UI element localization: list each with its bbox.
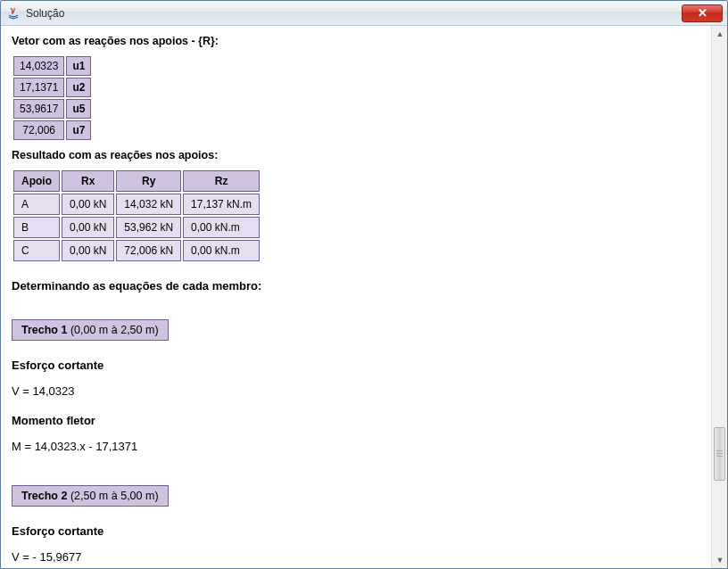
- segment-range: (0,00 m à 2,50 m): [70, 324, 159, 336]
- vector-heading: Vetor com as reações nos apoios - {R}:: [12, 35, 700, 47]
- table-row: 17,1371 u2: [13, 78, 91, 97]
- cell-apoio: C: [13, 240, 60, 261]
- support-reactions-table: Apoio Rx Ry Rz A 0,00 kN 14,032 kN 17,13…: [12, 169, 261, 263]
- window-title: Solução: [26, 7, 682, 20]
- titlebar[interactable]: Solução ✕: [1, 1, 727, 26]
- result-heading: Resultado com as reações nos apoios:: [12, 149, 700, 161]
- vector-label: u2: [66, 78, 91, 97]
- cell-rz: 17,137 kN.m: [183, 194, 260, 215]
- equations-heading: Determinando as equações de cada membro:: [12, 279, 700, 293]
- table-row: 14,0323 u1: [13, 56, 91, 76]
- shear-equation: V = 14,0323: [12, 384, 700, 398]
- vertical-scrollbar[interactable]: ▲ ▼: [711, 26, 727, 568]
- segment-header: Trecho 1 (0,00 m à 2,50 m): [12, 319, 169, 341]
- col-rx: Rx: [62, 170, 114, 192]
- table-header-row: Apoio Rx Ry Rz: [13, 170, 260, 192]
- cell-apoio: A: [13, 194, 60, 215]
- col-apoio: Apoio: [13, 170, 60, 192]
- java-app-icon: [6, 6, 21, 21]
- vector-value: 72,006: [13, 120, 64, 140]
- moment-equation: M = 14,0323.x - 17,1371: [12, 440, 700, 453]
- content-viewport: Vetor com as reações nos apoios - {R}: 1…: [1, 26, 711, 568]
- cell-rz: 0,00 kN.m: [183, 217, 260, 238]
- shear-equation: V = - 15,9677: [12, 550, 700, 564]
- close-icon: ✕: [698, 6, 707, 20]
- shear-label: Esforço cortante: [12, 359, 700, 372]
- cell-rx: 0,00 kN: [62, 240, 114, 261]
- moment-label: Momento fletor: [12, 414, 700, 427]
- cell-ry: 72,006 kN: [116, 240, 181, 261]
- table-row: B 0,00 kN 53,962 kN 0,00 kN.m: [13, 217, 260, 238]
- scroll-thumb[interactable]: [714, 427, 725, 481]
- cell-ry: 14,032 kN: [116, 194, 181, 215]
- segment-name: Trecho 1: [21, 324, 67, 336]
- vector-value: 17,1371: [13, 78, 64, 97]
- vector-value: 14,0323: [13, 56, 64, 76]
- content-area: Vetor com as reações nos apoios - {R}: 1…: [1, 26, 727, 568]
- close-button[interactable]: ✕: [682, 4, 723, 22]
- cell-rz: 0,00 kN.m: [183, 240, 260, 261]
- app-window: Solução ✕ Vetor com as reações nos apoio…: [0, 0, 728, 569]
- table-row: 53,9617 u5: [13, 99, 91, 119]
- col-rz: Rz: [183, 170, 260, 192]
- cell-rx: 0,00 kN: [62, 194, 114, 215]
- vector-label: u5: [66, 99, 91, 119]
- segment-range: (2,50 m à 5,00 m): [70, 490, 159, 502]
- segment-name: Trecho 2: [21, 490, 67, 502]
- table-row: C 0,00 kN 72,006 kN 0,00 kN.m: [13, 240, 260, 261]
- cell-ry: 53,962 kN: [116, 217, 181, 238]
- col-ry: Ry: [116, 170, 181, 192]
- reaction-vector-table: 14,0323 u1 17,1371 u2 53,9617 u5 72,006 …: [12, 54, 93, 142]
- vector-value: 53,9617: [13, 99, 64, 119]
- segment-header: Trecho 2 (2,50 m à 5,00 m): [12, 485, 169, 507]
- table-row: 72,006 u7: [13, 120, 91, 140]
- vector-label: u1: [66, 56, 91, 76]
- table-row: A 0,00 kN 14,032 kN 17,137 kN.m: [13, 194, 260, 215]
- scroll-down-arrow-icon[interactable]: ▼: [712, 552, 727, 568]
- cell-apoio: B: [13, 217, 60, 238]
- shear-label: Esforço cortante: [12, 524, 700, 538]
- cell-rx: 0,00 kN: [62, 217, 114, 238]
- vector-label: u7: [66, 120, 91, 140]
- scroll-up-arrow-icon[interactable]: ▲: [712, 26, 727, 42]
